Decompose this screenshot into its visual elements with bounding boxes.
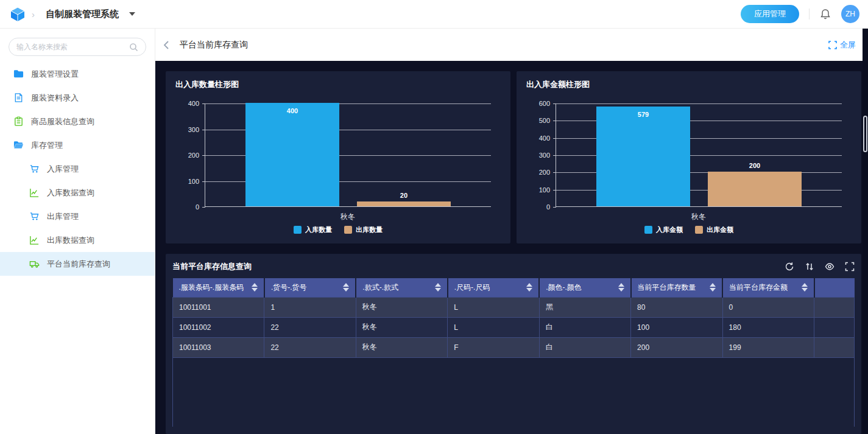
table-cell: 秋冬: [356, 317, 447, 337]
y-tick-label: 0: [175, 203, 199, 211]
table-row[interactable]: 100110011秋冬L黑800: [173, 297, 855, 317]
chart-legend: 入库金额出库金额: [526, 225, 852, 234]
x-axis-category-label: 秋冬: [205, 212, 491, 222]
column-header[interactable]: .货号-.货号: [264, 278, 356, 297]
bar-value-label: 20: [357, 192, 451, 199]
legend-item-入库数量[interactable]: 入库数量: [294, 225, 332, 234]
table-cell: 黑: [539, 297, 630, 317]
legend-label: 入库数量: [305, 225, 332, 234]
eye-icon[interactable]: [825, 262, 834, 271]
sidebar-item-outbound-management[interactable]: 出库管理: [0, 205, 155, 228]
sidebar-item-inbound-management[interactable]: 入库管理: [0, 157, 155, 181]
search-icon[interactable]: [129, 43, 138, 52]
folder-open-icon: [13, 140, 24, 150]
column-sort-icon[interactable]: [802, 282, 808, 292]
y-tick-label: 500: [526, 117, 550, 124]
column-sort-icon[interactable]: [252, 282, 258, 292]
legend-label: 出库数量: [356, 225, 383, 234]
app-logo-cube-icon[interactable]: [10, 6, 26, 22]
fullscreen-toggle[interactable]: 全屏: [828, 40, 856, 51]
sidebar-item-clothing-entry[interactable]: 服装资料录入: [0, 86, 155, 110]
menu-label: 服装管理设置: [31, 69, 79, 80]
app-manage-button[interactable]: 应用管理: [741, 5, 799, 23]
column-header[interactable]: 当前平台库存金额: [722, 278, 814, 297]
y-tick-label: 600: [526, 100, 550, 107]
sidebar-item-inventory-management[interactable]: 库存管理: [0, 133, 155, 157]
breadcrumb-chevron-icon: ›: [32, 9, 35, 19]
column-sort-icon[interactable]: [710, 282, 716, 292]
notification-bell-icon[interactable]: [819, 8, 831, 20]
y-tick-mark: [553, 172, 556, 173]
column-sort-icon[interactable]: [618, 282, 624, 292]
header-divider: [809, 9, 810, 19]
sidebar-item-platform-stock-query[interactable]: 平台当前库存查询: [0, 252, 155, 276]
sidebar-search-input[interactable]: [16, 43, 129, 51]
dashboard-content: 出入库数量柱形图 010020030040040020秋冬入库数量出库数量 出入…: [155, 61, 868, 434]
y-tick-label: 200: [175, 152, 199, 159]
table-cell-empty: [814, 337, 855, 357]
column-header[interactable]: .款式-.款式: [356, 278, 447, 297]
table-cell: L: [448, 297, 539, 317]
column-sort-icon[interactable]: [435, 282, 441, 292]
table-cell: 180: [722, 317, 814, 337]
page-scrollbar[interactable]: [863, 29, 868, 434]
bar-chart-amount: 0100200300400500600579200秋冬入库金额出库金额: [526, 95, 852, 238]
title-dropdown-caret-icon[interactable]: [129, 12, 135, 16]
table-title: 当前平台库存信息查询: [172, 261, 252, 272]
bar-value-label: 400: [245, 107, 340, 114]
table-cell: 100: [631, 317, 722, 337]
legend-item-入库金额[interactable]: 入库金额: [644, 225, 683, 234]
column-sort-icon[interactable]: [343, 282, 349, 292]
column-header[interactable]: 当前平台库存数量: [631, 278, 722, 297]
legend-swatch-icon: [695, 226, 703, 234]
menu-label: 服装资料录入: [31, 93, 79, 103]
table-row[interactable]: 1001100222秋冬L白100180: [173, 317, 855, 337]
column-sort-icon[interactable]: [526, 282, 532, 292]
truck-icon: [29, 259, 40, 269]
y-tick-mark: [202, 207, 205, 208]
table-cell: 10011003: [173, 337, 264, 357]
menu-label: 商品服装信息查询: [31, 116, 94, 127]
sidebar-item-outbound-data-query[interactable]: 出库数据查询: [0, 228, 155, 252]
sort-icon[interactable]: [805, 262, 814, 271]
refresh-icon[interactable]: [785, 262, 794, 271]
legend-item-出库数量[interactable]: 出库数量: [344, 225, 383, 234]
column-header[interactable]: .尺码-.尺码: [448, 278, 539, 297]
table-row[interactable]: 1001100322秋冬F白200199: [173, 337, 855, 357]
y-tick-mark: [202, 155, 205, 156]
legend-swatch-icon: [344, 226, 352, 234]
legend-label: 出库金额: [707, 225, 733, 234]
y-tick-mark: [202, 103, 205, 104]
inventory-table-head: .服装条码-.服装条码.货号-.货号.款式-.款式.尺码-.尺码.颜色-.颜色当…: [173, 278, 855, 297]
sidebar-item-product-info-query[interactable]: 商品服装信息查询: [0, 110, 155, 133]
sidebar-item-clothing-settings[interactable]: 服装管理设置: [0, 62, 155, 86]
back-button[interactable]: [158, 34, 175, 56]
table-cell: L: [448, 317, 539, 337]
cart-icon: [29, 211, 40, 222]
bar-入库金额: [596, 107, 691, 206]
sidebar: 服装管理设置 服装资料录入 商品服装信息查询 库存管理 入库管理 入库数据查询 …: [0, 29, 155, 434]
column-header[interactable]: .颜色-.颜色: [539, 278, 630, 297]
table-cell: 0: [722, 297, 814, 317]
x-axis-category-label: 秋冬: [556, 212, 842, 222]
chart-card-quantity: 出入库数量柱形图 010020030040040020秋冬入库数量出库数量: [166, 71, 510, 243]
table-cell: F: [448, 337, 539, 357]
column-header-empty: [814, 278, 855, 297]
inventory-table-card: 当前平台库存信息查询 .服装条码-.服装条码.货号-.货号.款式-.款式.尺码-…: [166, 254, 861, 434]
legend-swatch-icon: [294, 226, 302, 234]
y-tick-mark: [202, 181, 205, 182]
bar-chart-quantity: 010020030040040020秋冬入库数量出库数量: [175, 95, 501, 238]
chart-card-amount: 出入库金额柱形图 0100200300400500600579200秋冬入库金额…: [517, 71, 861, 243]
y-tick-mark: [553, 207, 556, 208]
y-tick-mark: [202, 130, 205, 130]
legend-swatch-icon: [644, 226, 652, 234]
sidebar-item-inbound-data-query[interactable]: 入库数据查询: [0, 181, 155, 205]
scrollbar-thumb[interactable]: [863, 116, 867, 152]
user-avatar[interactable]: ZH: [841, 5, 859, 23]
column-header[interactable]: .服装条码-.服装条码: [173, 278, 264, 297]
y-tick-mark: [553, 155, 556, 156]
table-fullscreen-icon[interactable]: [845, 262, 855, 271]
legend-item-出库金额[interactable]: 出库金额: [695, 225, 733, 234]
table-cell: 秋冬: [356, 297, 447, 317]
menu-label: 平台当前库存查询: [47, 259, 110, 270]
